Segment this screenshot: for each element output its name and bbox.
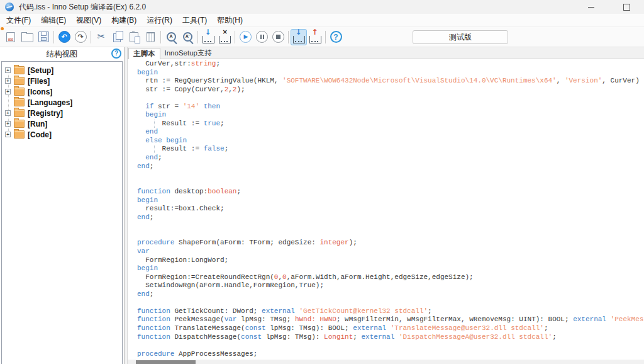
menu-item-view[interactable]: 视图(V): [71, 14, 106, 26]
undo-button[interactable]: ↶: [56, 29, 72, 45]
folder-icon: [14, 130, 25, 139]
folder-icon: [14, 66, 25, 74]
redo-arrow-glyph: ↷: [75, 31, 87, 43]
trash-glyph: [147, 32, 155, 42]
toolbar: ISS↶↷✂AA'↓×▶↓↑?测试版: [0, 27, 644, 47]
tree-item-label: [Code]: [28, 130, 52, 139]
code-line: function TranslateMessage(const lpMsg: T…: [137, 324, 644, 333]
maximize-button[interactable]: [609, 0, 644, 14]
code-line: function PeekMessage(var lpMsg: TMsg; hW…: [137, 316, 644, 324]
code-line: SetWindowRgn(aForm.Handle,FormRegion,Tru…: [137, 282, 644, 290]
sidebar-header: 结构视图 ?: [0, 47, 124, 61]
expand-icon[interactable]: +: [5, 132, 11, 137]
replace-button[interactable]: A': [179, 29, 196, 45]
sidebar-help-button[interactable]: ?: [111, 48, 121, 59]
tree-item-label: [Registry]: [28, 109, 63, 118]
code-line: begin: [137, 69, 644, 77]
tree-item-label: [Run]: [28, 120, 47, 128]
stop-button[interactable]: [270, 29, 286, 45]
copy-button[interactable]: [109, 29, 126, 45]
expand-icon[interactable]: +: [5, 121, 11, 127]
open-folder-glyph: [21, 33, 33, 42]
tab-主脚本[interactable]: 主脚本: [128, 48, 160, 59]
tree-item-label: [Files]: [28, 77, 50, 86]
toolbar-separator: [235, 31, 235, 43]
import-tray-glyph: ↓: [293, 36, 305, 43]
menu-bar: 文件(F)编辑(E)视图(V)构建(B)运行(R)工具(T)帮助(H): [0, 14, 644, 27]
menu-item-tools[interactable]: 工具(T): [177, 14, 212, 26]
sidebar-item-languages[interactable]: [Languages]: [2, 97, 122, 108]
menu-item-build[interactable]: 构建(B): [106, 14, 142, 26]
sidebar-item-registry[interactable]: +[Registry]: [2, 108, 122, 118]
folder-icon: [14, 120, 25, 128]
export-button[interactable]: ↑: [307, 29, 323, 45]
iss-document-glyph: ISS: [6, 32, 15, 42]
code-line: var: [137, 247, 644, 256]
code-area[interactable]: CurVer,str:string;begin rtn := RegQueryS…: [128, 59, 644, 360]
code-line: procedure AppProcessMessages;: [137, 350, 644, 359]
code-line: function DispatchMessage(const lpMsg: TM…: [137, 333, 644, 342]
code-line: FormRegion:=CreateRoundRectRgn(0,0,aForm…: [137, 273, 644, 282]
code-line: begin: [137, 196, 644, 205]
code-line: [137, 230, 644, 239]
expand-icon[interactable]: +: [5, 110, 11, 116]
sparkle: [1, 27, 4, 30]
app-icon: [5, 3, 14, 11]
script-editor: 主脚本InnoSetup支持 CurVer,str:string;begin r…: [128, 47, 644, 364]
sidebar-item-icons[interactable]: +[Icons]: [2, 86, 122, 97]
magnifier-replace-glyph: A': [183, 32, 192, 42]
tab-InnoSetup支持[interactable]: InnoSetup支持: [160, 48, 216, 59]
minimize-icon: [588, 7, 594, 8]
down-arrow: ↓: [205, 28, 211, 36]
expand-icon[interactable]: +: [5, 89, 11, 94]
expand-icon[interactable]: +: [5, 78, 11, 84]
menu-item-edit[interactable]: 编辑(E): [36, 14, 71, 26]
code-line: [137, 222, 644, 230]
find-button[interactable]: A: [163, 29, 179, 45]
save-script-button[interactable]: [35, 29, 52, 45]
menu-item-file[interactable]: 文件(F): [1, 14, 36, 26]
delete-button[interactable]: [142, 29, 158, 45]
sidebar-item-setup[interactable]: +[Setup]: [2, 65, 122, 76]
test-version-button[interactable]: 测试版: [413, 30, 508, 44]
sidebar-item-code[interactable]: +[Code]: [2, 129, 122, 140]
structure-tree: +[Setup]+[Files]+[Icons][Languages]+[Reg…: [1, 61, 123, 364]
horizontal-scrollbar[interactable]: [128, 360, 644, 364]
up-arrow: ↑: [312, 28, 318, 36]
expand-icon[interactable]: +: [5, 67, 11, 73]
code-line: begin: [137, 264, 644, 273]
editor-tab-bar: 主脚本InnoSetup支持: [128, 47, 644, 59]
import-button[interactable]: ↓: [291, 29, 307, 45]
abort-compile-button[interactable]: ×: [216, 29, 233, 45]
sidebar-title: 结构视图: [47, 49, 78, 60]
question-mark-glyph: ?: [330, 31, 342, 43]
menu-item-run[interactable]: 运行(R): [142, 14, 177, 26]
toolbar-separator: [91, 31, 91, 43]
new-script-button[interactable]: ISS: [3, 29, 19, 45]
pause-button[interactable]: [253, 29, 270, 45]
cut-button[interactable]: ✂: [93, 29, 109, 45]
code-line: [137, 299, 644, 307]
sidebar-item-files[interactable]: +[Files]: [2, 76, 122, 86]
window-title: 代码.iss - Inno Setup 编译器(Ex) 6.2.0: [19, 2, 146, 13]
scrollbar-thumb[interactable]: [136, 360, 196, 364]
compile-button[interactable]: ↓: [200, 29, 216, 45]
folder-icon: [14, 98, 25, 106]
down-arrow: ↓: [296, 28, 302, 36]
code-text[interactable]: CurVer,str:string;begin rtn := RegQueryS…: [137, 60, 644, 360]
run-button[interactable]: ▶: [237, 29, 253, 45]
toolbar-separator: [197, 31, 198, 43]
paste-button[interactable]: [126, 29, 142, 45]
clipboard-glyph: [130, 32, 138, 42]
code-line: Result := false;: [137, 145, 644, 154]
help-button[interactable]: ?: [328, 29, 344, 45]
title-bar: 代码.iss - Inno Setup 编译器(Ex) 6.2.0: [0, 0, 644, 14]
redo-button[interactable]: ↷: [72, 29, 89, 45]
x-mark: ×: [223, 29, 228, 35]
sidebar-item-run[interactable]: +[Run]: [2, 118, 122, 129]
open-script-button[interactable]: [19, 29, 35, 45]
stop-glyph: [272, 31, 284, 43]
code-line: end;: [137, 162, 644, 171]
minimize-button[interactable]: [574, 0, 609, 14]
menu-item-help[interactable]: 帮助(H): [212, 14, 248, 26]
